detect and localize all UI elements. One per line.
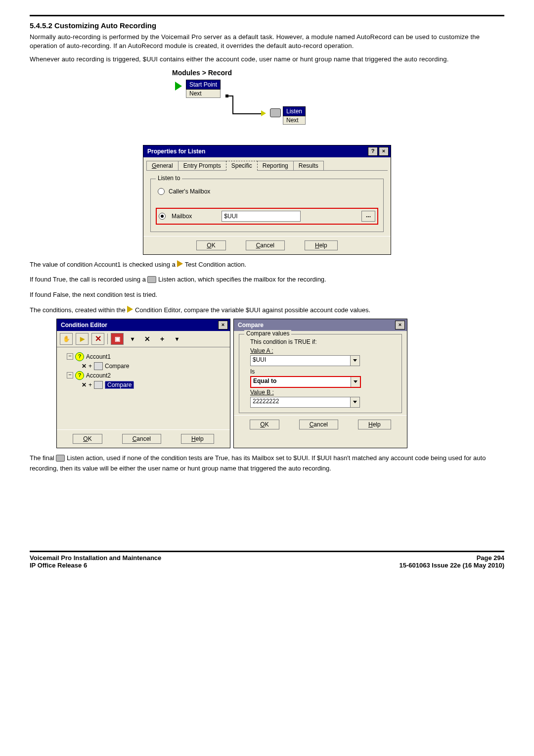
- close-button[interactable]: ×: [379, 147, 389, 156]
- ok-button[interactable]: OK: [196, 240, 225, 250]
- toolbar-x-icon[interactable]: ✕: [141, 333, 153, 344]
- toolbar-hand-icon[interactable]: ✋: [60, 333, 73, 345]
- text-conditions: The conditions, created within the Condi…: [30, 305, 504, 316]
- condition-icon: ?: [75, 352, 84, 361]
- toolbar-small-dropdown-icon[interactable]: ▾: [171, 333, 183, 344]
- close-button[interactable]: ×: [395, 321, 405, 330]
- radio-callers-mailbox[interactable]: [158, 188, 165, 195]
- listen-next: Next: [283, 116, 306, 125]
- plus-icon: +: [89, 363, 92, 370]
- modules-title: Modules > Record: [172, 69, 371, 77]
- plus-icon: +: [89, 381, 92, 388]
- value-a-label: Value A :: [250, 347, 397, 354]
- help-button[interactable]: ?: [368, 147, 378, 156]
- paragraph-1: Normally auto-recording is performed by …: [30, 33, 504, 50]
- toolbar-plus-icon[interactable]: +: [156, 333, 168, 344]
- ok-button[interactable]: OK: [250, 420, 279, 429]
- tree-collapse-icon[interactable]: −: [67, 353, 73, 360]
- listen-node: Listen: [283, 106, 306, 116]
- listen-icon: [56, 455, 65, 462]
- toolbar-edit-icon[interactable]: ▶: [76, 333, 89, 345]
- browse-button[interactable]: ...: [361, 211, 375, 222]
- condition-editor-title: Condition Editor: [61, 322, 107, 329]
- mailbox-row-highlight: Mailbox ...: [156, 208, 378, 225]
- mailbox-input[interactable]: [222, 211, 301, 222]
- help-button-bottom[interactable]: Help: [305, 240, 338, 250]
- tab-entry-prompts[interactable]: Entry Prompts: [178, 161, 226, 170]
- operator-combo[interactable]: Equal to: [250, 376, 361, 388]
- radio-mailbox[interactable]: [159, 213, 166, 220]
- footer-left-1: Voicemail Pro Installation and Maintenan…: [30, 554, 161, 562]
- compare-msg: This condition is TRUE if:: [250, 338, 397, 345]
- tab-reporting[interactable]: Reporting: [257, 161, 294, 170]
- value-a-combo[interactable]: $UUI: [250, 355, 360, 366]
- help-button[interactable]: Help: [181, 434, 214, 444]
- mailbox-label: Mailbox: [172, 213, 192, 220]
- x-icon: ✕: [82, 363, 87, 370]
- toolbar-paste-icon[interactable]: ▣: [111, 333, 124, 345]
- start-point-next: Next: [186, 90, 221, 98]
- toolbar-dropdown-icon[interactable]: ▾: [127, 333, 138, 344]
- is-label: Is: [250, 368, 397, 375]
- condition-icon: ?: [75, 371, 84, 380]
- chevron-down-icon: [353, 359, 357, 362]
- listen-to-group: Listen to: [156, 175, 182, 182]
- paragraph-2: Whenever auto recording is triggered, $U…: [30, 55, 504, 64]
- play-icon: [175, 82, 182, 91]
- tree-account2[interactable]: Account2: [86, 372, 111, 379]
- footer-left-2: IP Office Release 6: [30, 562, 161, 569]
- tab-results[interactable]: Results: [293, 161, 324, 170]
- cancel-button[interactable]: Cancel: [246, 240, 285, 250]
- value-b-label: Value B :: [250, 389, 397, 396]
- tree-collapse-icon[interactable]: −: [67, 372, 73, 378]
- tab-general[interactable]: General: [146, 161, 178, 170]
- help-button[interactable]: Help: [358, 420, 391, 429]
- modules-record-figure: Modules > Record Start Point Next Listen…: [163, 69, 371, 139]
- cancel-button[interactable]: Cancel: [299, 420, 338, 429]
- chevron-down-icon: [354, 380, 357, 383]
- compare-group: Compare values: [244, 330, 291, 337]
- tree-compare-1[interactable]: Compare: [105, 363, 129, 370]
- text-test-condition: The value of condition Account1 is check…: [30, 260, 504, 270]
- final-paragraph: The final Listen action, used if none of…: [30, 453, 504, 474]
- callers-mailbox-label: Caller's Mailbox: [169, 188, 210, 195]
- condition-editor-dialog: Condition Editor × ✋ ▶ ✕ ▣ ▾ ✕ + ▾ − ? A…: [56, 319, 230, 448]
- ok-button[interactable]: OK: [73, 434, 102, 444]
- value-b-combo[interactable]: 22222222: [250, 397, 360, 408]
- compare-dialog: Compare × Compare values This condition …: [233, 319, 407, 448]
- section-heading: 5.4.5.2 Customizing Auto Recording: [30, 21, 504, 30]
- chevron-down-icon: [353, 401, 357, 403]
- arrow-icon: [261, 110, 266, 116]
- cancel-button[interactable]: Cancel: [122, 434, 161, 444]
- properties-listen-dialog: Properties for Listen ? × General Entry …: [143, 145, 391, 255]
- dialog-title: Properties for Listen: [147, 148, 205, 155]
- tree-compare-2-selected[interactable]: Compare: [105, 381, 134, 389]
- text-if-true: If found True, the call is recorded usin…: [30, 275, 504, 285]
- footer-right-2: 15-601063 Issue 22e (16 May 2010): [400, 562, 505, 569]
- condition-editor-icon: [127, 306, 133, 313]
- x-icon: ✕: [82, 381, 87, 388]
- tape-icon: [270, 108, 281, 117]
- tab-specific[interactable]: Specific: [226, 161, 258, 171]
- text-if-false: If found False, the next condition test …: [30, 290, 504, 300]
- tree-account1[interactable]: Account1: [86, 353, 111, 360]
- footer-right-1: Page 294: [400, 554, 505, 562]
- toolbar: ✋ ▶ ✕ ▣ ▾ ✕ + ▾: [57, 331, 230, 347]
- listen-icon: [147, 276, 156, 283]
- condition-tree: − ? Account1 ✕ + Compare − ? Account2 ✕: [57, 347, 230, 429]
- start-point-node: Start Point: [186, 80, 221, 90]
- close-button[interactable]: ×: [218, 321, 228, 330]
- toolbar-delete-icon[interactable]: ✕: [91, 333, 104, 345]
- compare-icon: [94, 362, 103, 370]
- compare-title: Compare: [238, 322, 264, 329]
- test-condition-icon: [177, 260, 183, 267]
- compare-icon: [94, 381, 103, 389]
